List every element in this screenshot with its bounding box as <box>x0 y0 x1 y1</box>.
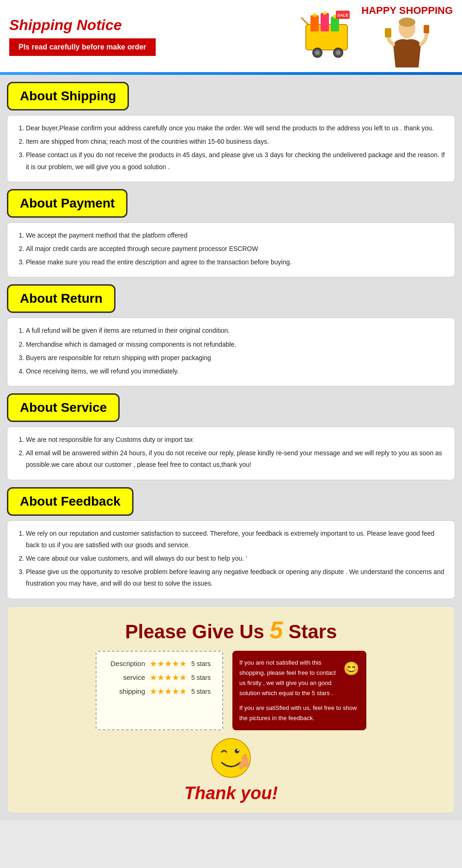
header: Shipping Notice Pls read carefully befor… <box>0 0 462 72</box>
payment-title: About Payment <box>7 189 128 218</box>
list-item: We are not responsible for any Customs d… <box>26 434 445 446</box>
person-icon <box>384 17 430 67</box>
list-item: Once receiving items, we will refund you… <box>26 366 445 377</box>
list-item: Merchandise which is damaged or missing … <box>26 339 445 350</box>
list-item: All email will be answered within 24 hou… <box>26 447 445 471</box>
service-title: About Service <box>7 393 120 422</box>
service-label: service <box>108 673 145 681</box>
service-content: We are not responsible for any Customs d… <box>7 427 455 480</box>
cart-icon: SALE <box>292 8 357 64</box>
stars-row-service: service ★★★★★ 5 stars <box>108 672 211 683</box>
list-item: We care about our value customers, and w… <box>26 553 445 564</box>
svg-text:SALE: SALE <box>337 13 348 18</box>
service-stars: ★★★★★ <box>150 672 187 683</box>
list-item: We rely on our reputation and customer s… <box>26 528 445 551</box>
svg-rect-1 <box>310 15 319 31</box>
list-item: Dear buyer,Please confirm your address c… <box>26 122 445 134</box>
stars-title-prefix: Please Give Us <box>125 621 270 642</box>
list-item: A full refund will be given if items are… <box>26 325 445 336</box>
list-item: Item are shipped from china; reach most … <box>26 136 445 147</box>
main-content: About Shipping Dear buyer,Please confirm… <box>0 75 462 820</box>
svg-rect-2 <box>321 13 329 31</box>
stars-table: Description ★★★★★ 5 stars service ★★★★★ … <box>96 651 223 731</box>
return-section: About Return A full refund will be given… <box>7 284 455 386</box>
info-text-1: If you are not satisfied with this shopp… <box>239 658 339 698</box>
return-title: About Return <box>7 284 116 313</box>
svg-point-12 <box>336 50 340 55</box>
svg-point-5 <box>323 11 327 15</box>
list-item: We accept the payment method that the pl… <box>26 230 445 241</box>
shipping-count: 5 stars <box>191 688 211 695</box>
svg-point-14 <box>399 18 415 27</box>
stars-row-shipping: shipping ★★★★★ 5 stars <box>108 686 211 697</box>
list-item: Please make sure you read the entire des… <box>26 257 445 268</box>
wink-emoji <box>17 737 445 779</box>
shipping-stars: ★★★★★ <box>150 686 187 697</box>
shipping-title: About Shipping <box>7 82 129 110</box>
description-stars: ★★★★★ <box>150 659 187 669</box>
svg-point-4 <box>313 13 316 17</box>
list-item: Please contact us if you do not receive … <box>26 149 445 172</box>
stars-number: 5 <box>270 617 283 643</box>
service-count: 5 stars <box>191 674 211 681</box>
svg-point-10 <box>315 50 320 55</box>
description-count: 5 stars <box>191 660 211 667</box>
svg-rect-21 <box>239 763 243 770</box>
return-content: A full refund will be given if items are… <box>7 318 455 386</box>
header-right: SALE HAPPY SHOPPING <box>292 5 453 67</box>
info-box: If you are not satisfied with this shopp… <box>232 651 366 731</box>
header-left: Shipping Notice Pls read carefully befor… <box>9 17 156 56</box>
feedback-content: We rely on our reputation and customer s… <box>7 520 455 599</box>
stars-title-suffix: Stars <box>283 621 337 642</box>
svg-rect-16 <box>424 25 429 33</box>
list-item: Buyers are responsible for return shippi… <box>26 352 445 364</box>
list-item: All major credit cards are accepted thro… <box>26 243 445 255</box>
stars-row-description: Description ★★★★★ 5 stars <box>108 659 211 669</box>
smiley-icon: 😊 <box>343 658 359 680</box>
svg-point-18 <box>235 749 239 753</box>
service-section: About Service We are not responsible for… <box>7 393 455 480</box>
page-title: Shipping Notice <box>9 17 156 34</box>
payment-content: We accept the payment method that the pl… <box>7 222 455 278</box>
shipping-label: shipping <box>108 687 145 695</box>
svg-point-19 <box>237 749 239 751</box>
stars-section: Please Give Us 5 Stars Description ★★★★★… <box>7 606 455 814</box>
info-text-2: If you are satiSfied with us, feel free … <box>239 703 359 723</box>
thank-you-text: Thank you! <box>17 783 445 803</box>
list-item: Please give us the opportunity to resolv… <box>26 566 445 589</box>
stars-lower: Description ★★★★★ 5 stars service ★★★★★ … <box>17 651 445 731</box>
feedback-title: About Feedback <box>7 487 134 516</box>
description-label: Description <box>108 660 145 667</box>
feedback-section: About Feedback We rely on our reputation… <box>7 487 455 599</box>
shipping-section: About Shipping Dear buyer,Please confirm… <box>7 82 455 182</box>
happy-shopping-text: HAPPY SHOPPING <box>361 5 453 17</box>
svg-rect-15 <box>385 28 391 37</box>
payment-section: About Payment We accept the payment meth… <box>7 189 455 278</box>
stars-title: Please Give Us 5 Stars <box>17 616 445 644</box>
header-banner: Pls read carefully before make order <box>9 38 156 56</box>
shipping-content: Dear buyer,Please confirm your address c… <box>7 115 455 182</box>
